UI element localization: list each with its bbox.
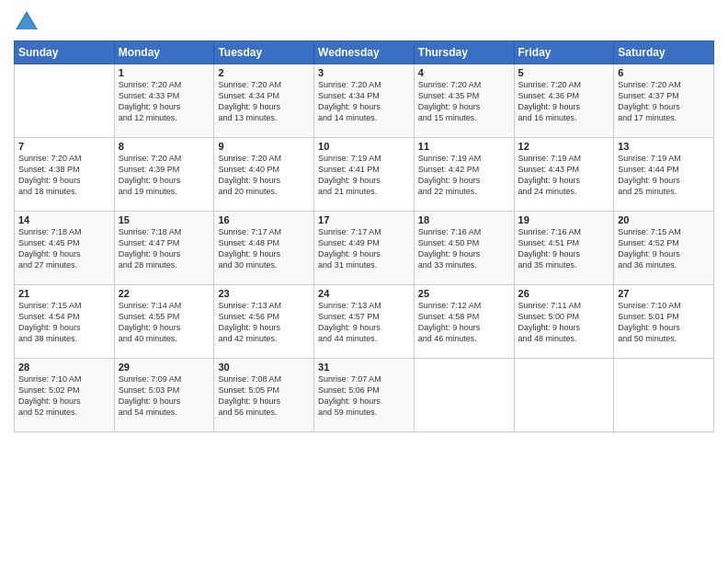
day-content: Sunrise: 7:20 AM Sunset: 4:34 PM Dayligh…: [218, 79, 310, 124]
day-number: 4: [418, 67, 510, 78]
calendar-cell: 5Sunrise: 7:20 AM Sunset: 4:36 PM Daylig…: [514, 64, 614, 138]
day-content: Sunrise: 7:15 AM Sunset: 4:52 PM Dayligh…: [618, 226, 710, 271]
calendar-cell: 18Sunrise: 7:16 AM Sunset: 4:50 PM Dayli…: [414, 212, 514, 285]
calendar-cell: 17Sunrise: 7:17 AM Sunset: 4:49 PM Dayli…: [314, 212, 415, 285]
day-content: Sunrise: 7:20 AM Sunset: 4:33 PM Dayligh…: [119, 79, 210, 124]
calendar-cell: 20Sunrise: 7:15 AM Sunset: 4:52 PM Dayli…: [614, 212, 714, 285]
day-number: 21: [18, 288, 110, 299]
calendar-cell: 15Sunrise: 7:18 AM Sunset: 4:47 PM Dayli…: [114, 212, 214, 285]
day-number: 9: [218, 141, 310, 152]
page: SundayMondayTuesdayWednesdayThursdayFrid…: [0, 0, 728, 563]
day-content: Sunrise: 7:16 AM Sunset: 4:51 PM Dayligh…: [518, 226, 610, 271]
calendar-cell: [15, 64, 115, 138]
day-number: 27: [618, 288, 710, 299]
day-content: Sunrise: 7:19 AM Sunset: 4:42 PM Dayligh…: [418, 153, 510, 198]
calendar-cell: 10Sunrise: 7:19 AM Sunset: 4:41 PM Dayli…: [314, 138, 415, 212]
day-number: 10: [318, 141, 410, 152]
day-number: 13: [618, 141, 710, 152]
calendar-cell: 11Sunrise: 7:19 AM Sunset: 4:42 PM Dayli…: [414, 138, 514, 212]
day-content: Sunrise: 7:11 AM Sunset: 5:00 PM Dayligh…: [518, 300, 610, 345]
calendar-table: SundayMondayTuesdayWednesdayThursdayFrid…: [14, 40, 714, 432]
logo: [14, 9, 43, 35]
day-number: 24: [318, 288, 410, 299]
day-content: Sunrise: 7:20 AM Sunset: 4:40 PM Dayligh…: [218, 153, 310, 198]
day-number: 16: [218, 214, 310, 225]
calendar-cell: 12Sunrise: 7:19 AM Sunset: 4:43 PM Dayli…: [514, 138, 614, 212]
day-content: Sunrise: 7:20 AM Sunset: 4:39 PM Dayligh…: [119, 153, 210, 198]
day-content: Sunrise: 7:20 AM Sunset: 4:38 PM Dayligh…: [18, 153, 110, 198]
calendar-cell: 24Sunrise: 7:13 AM Sunset: 4:57 PM Dayli…: [314, 285, 415, 359]
day-number: 7: [18, 141, 110, 152]
day-number: 15: [119, 214, 210, 225]
column-header-friday: Friday: [514, 41, 614, 64]
calendar-cell: 27Sunrise: 7:10 AM Sunset: 5:01 PM Dayli…: [614, 285, 714, 359]
calendar-cell: 16Sunrise: 7:17 AM Sunset: 4:48 PM Dayli…: [214, 212, 314, 285]
calendar-week-2: 7Sunrise: 7:20 AM Sunset: 4:38 PM Daylig…: [15, 138, 714, 212]
day-content: Sunrise: 7:09 AM Sunset: 5:03 PM Dayligh…: [119, 373, 210, 419]
day-number: 8: [119, 141, 210, 152]
calendar-cell: 1Sunrise: 7:20 AM Sunset: 4:33 PM Daylig…: [114, 64, 214, 138]
calendar-cell: 31Sunrise: 7:07 AM Sunset: 5:06 PM Dayli…: [314, 359, 415, 432]
day-number: 5: [518, 67, 610, 78]
calendar-cell: [514, 359, 614, 432]
day-number: 22: [119, 288, 210, 299]
day-number: 26: [518, 288, 610, 299]
calendar-week-3: 14Sunrise: 7:18 AM Sunset: 4:45 PM Dayli…: [15, 212, 714, 285]
day-number: 1: [119, 67, 210, 78]
calendar-cell: 30Sunrise: 7:08 AM Sunset: 5:05 PM Dayli…: [214, 359, 314, 432]
calendar-week-1: 1Sunrise: 7:20 AM Sunset: 4:33 PM Daylig…: [15, 64, 714, 138]
day-content: Sunrise: 7:07 AM Sunset: 5:06 PM Dayligh…: [318, 373, 410, 419]
day-content: Sunrise: 7:14 AM Sunset: 4:55 PM Dayligh…: [119, 300, 210, 345]
calendar-cell: 22Sunrise: 7:14 AM Sunset: 4:55 PM Dayli…: [114, 285, 214, 359]
calendar-cell: 6Sunrise: 7:20 AM Sunset: 4:37 PM Daylig…: [614, 64, 714, 138]
day-content: Sunrise: 7:08 AM Sunset: 5:05 PM Dayligh…: [218, 373, 310, 419]
day-number: 3: [318, 67, 410, 78]
day-number: 23: [218, 288, 310, 299]
day-content: Sunrise: 7:19 AM Sunset: 4:44 PM Dayligh…: [618, 153, 710, 198]
day-number: 11: [418, 141, 510, 152]
calendar-cell: 9Sunrise: 7:20 AM Sunset: 4:40 PM Daylig…: [214, 138, 314, 212]
column-header-saturday: Saturday: [614, 41, 714, 64]
calendar-cell: 8Sunrise: 7:20 AM Sunset: 4:39 PM Daylig…: [114, 138, 214, 212]
calendar-header-row: SundayMondayTuesdayWednesdayThursdayFrid…: [15, 41, 714, 64]
column-header-monday: Monday: [114, 41, 214, 64]
day-number: 19: [518, 214, 610, 225]
day-number: 30: [218, 362, 310, 373]
day-content: Sunrise: 7:20 AM Sunset: 4:37 PM Dayligh…: [618, 79, 710, 124]
calendar-cell: 4Sunrise: 7:20 AM Sunset: 4:35 PM Daylig…: [414, 64, 514, 138]
calendar-cell: 19Sunrise: 7:16 AM Sunset: 4:51 PM Dayli…: [514, 212, 614, 285]
calendar-week-5: 28Sunrise: 7:10 AM Sunset: 5:02 PM Dayli…: [15, 359, 714, 432]
calendar-week-4: 21Sunrise: 7:15 AM Sunset: 4:54 PM Dayli…: [15, 285, 714, 359]
column-header-sunday: Sunday: [15, 41, 115, 64]
logo-icon: [14, 9, 40, 35]
day-content: Sunrise: 7:10 AM Sunset: 5:01 PM Dayligh…: [618, 300, 710, 345]
day-content: Sunrise: 7:15 AM Sunset: 4:54 PM Dayligh…: [18, 300, 110, 345]
calendar-cell: 7Sunrise: 7:20 AM Sunset: 4:38 PM Daylig…: [15, 138, 115, 212]
day-content: Sunrise: 7:20 AM Sunset: 4:35 PM Dayligh…: [418, 79, 510, 124]
day-content: Sunrise: 7:13 AM Sunset: 4:57 PM Dayligh…: [318, 300, 410, 345]
day-content: Sunrise: 7:13 AM Sunset: 4:56 PM Dayligh…: [218, 300, 310, 345]
day-content: Sunrise: 7:12 AM Sunset: 4:58 PM Dayligh…: [418, 300, 510, 345]
day-content: Sunrise: 7:17 AM Sunset: 4:48 PM Dayligh…: [218, 226, 310, 271]
day-number: 18: [418, 214, 510, 225]
day-content: Sunrise: 7:10 AM Sunset: 5:02 PM Dayligh…: [18, 373, 110, 419]
calendar-cell: 29Sunrise: 7:09 AM Sunset: 5:03 PM Dayli…: [114, 359, 214, 432]
day-content: Sunrise: 7:20 AM Sunset: 4:36 PM Dayligh…: [518, 79, 610, 124]
column-header-thursday: Thursday: [414, 41, 514, 64]
day-content: Sunrise: 7:20 AM Sunset: 4:34 PM Dayligh…: [318, 79, 410, 124]
day-content: Sunrise: 7:18 AM Sunset: 4:45 PM Dayligh…: [18, 226, 110, 271]
day-content: Sunrise: 7:19 AM Sunset: 4:43 PM Dayligh…: [518, 153, 610, 198]
column-header-wednesday: Wednesday: [314, 41, 415, 64]
day-number: 17: [318, 214, 410, 225]
calendar-cell: 23Sunrise: 7:13 AM Sunset: 4:56 PM Dayli…: [214, 285, 314, 359]
day-number: 12: [518, 141, 610, 152]
day-content: Sunrise: 7:19 AM Sunset: 4:41 PM Dayligh…: [318, 153, 410, 198]
calendar-cell: [414, 359, 514, 432]
day-content: Sunrise: 7:16 AM Sunset: 4:50 PM Dayligh…: [418, 226, 510, 271]
calendar-cell: 2Sunrise: 7:20 AM Sunset: 4:34 PM Daylig…: [214, 64, 314, 138]
day-number: 28: [18, 362, 110, 373]
day-content: Sunrise: 7:17 AM Sunset: 4:49 PM Dayligh…: [318, 226, 410, 271]
day-number: 2: [218, 67, 310, 78]
column-header-tuesday: Tuesday: [214, 41, 314, 64]
day-content: Sunrise: 7:18 AM Sunset: 4:47 PM Dayligh…: [119, 226, 210, 271]
